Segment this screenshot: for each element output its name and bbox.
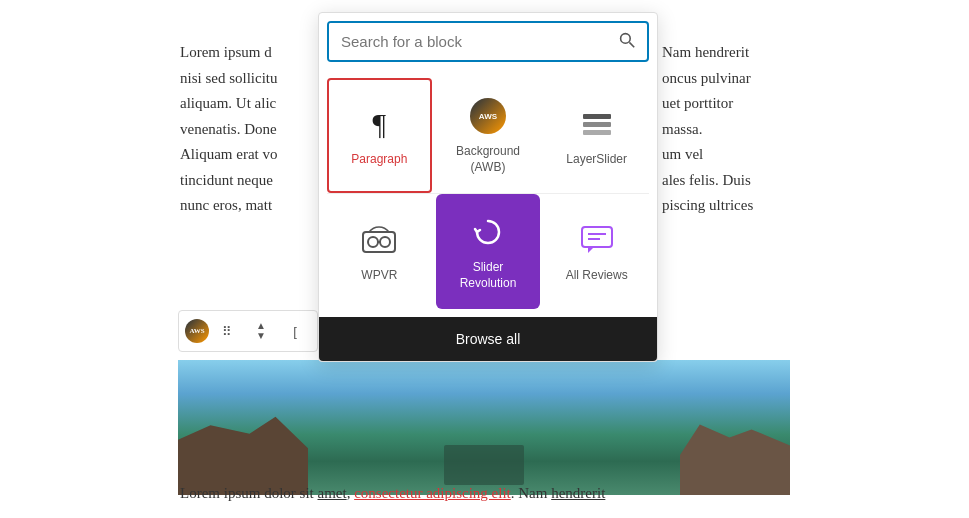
search-icon [619, 32, 635, 48]
block-item-layerslider[interactable]: LayerSlider [544, 78, 649, 193]
block-item-background-awb[interactable]: AWS Background (AWB) [436, 78, 541, 193]
wpvr-icon [359, 220, 399, 260]
background-text-left: Lorem ipsum d nisi sed sollicitu aliquam… [180, 40, 320, 219]
svg-rect-2 [583, 114, 611, 119]
aws-icon-large: AWS [468, 96, 508, 136]
aws-icon-toolbar[interactable]: AWS [185, 319, 209, 343]
consectetur-link[interactable]: consectetur adipiscing elit [354, 485, 511, 501]
slider-revolution-label: Slider Revolution [446, 260, 531, 291]
svg-rect-3 [583, 122, 611, 127]
search-bar[interactable] [327, 21, 649, 62]
amet-link[interactable]: amet [318, 485, 347, 501]
svg-point-6 [368, 237, 378, 247]
background-text-right: Nam hendrerit oncus pulvinar uet porttit… [662, 40, 812, 219]
svg-point-7 [380, 237, 390, 247]
search-input[interactable] [329, 23, 607, 60]
browse-all-label: Browse all [456, 331, 521, 347]
paragraph-icon: ¶ [359, 104, 399, 144]
up-down-btn[interactable]: ▲▼ [245, 315, 277, 347]
hendrerit-link[interactable]: hendrerit [551, 485, 605, 501]
wpvr-label: WPVR [361, 268, 397, 284]
blocks-grid-row1: ¶ Paragraph AWS Background (AWB) Lay [319, 70, 657, 193]
bracket-btn[interactable]: [ [279, 315, 311, 347]
bottom-text: Lorem ipsum dolor sit amet, consectetur … [180, 481, 789, 507]
drag-handle-btn[interactable]: ⠿ [211, 315, 243, 347]
search-button[interactable] [607, 24, 647, 60]
layerslider-icon [577, 104, 617, 144]
browse-all-bar[interactable]: Browse all [319, 317, 657, 361]
background-awb-label: Background (AWB) [446, 144, 531, 175]
svg-point-0 [621, 33, 631, 43]
block-inserter-popup: ¶ Paragraph AWS Background (AWB) Lay [318, 12, 658, 362]
block-item-slider-revolution[interactable]: Slider Revolution [436, 194, 541, 309]
layerslider-label: LayerSlider [566, 152, 627, 168]
all-reviews-label: All Reviews [566, 268, 628, 284]
svg-rect-4 [583, 130, 611, 135]
block-toolbar: AWS ⠿ ▲▼ [ [178, 310, 318, 352]
block-item-wpvr[interactable]: WPVR [327, 194, 432, 309]
hero-image [178, 360, 790, 495]
paragraph-label: Paragraph [351, 152, 407, 168]
svg-rect-9 [582, 227, 612, 247]
blocks-grid-row2: WPVR Slider Revolution All [319, 194, 657, 317]
block-item-all-reviews[interactable]: All Reviews [544, 194, 649, 309]
slider-revolution-icon [468, 212, 508, 252]
block-item-paragraph[interactable]: ¶ Paragraph [327, 78, 432, 193]
svg-line-1 [629, 42, 634, 47]
all-reviews-icon [577, 220, 617, 260]
